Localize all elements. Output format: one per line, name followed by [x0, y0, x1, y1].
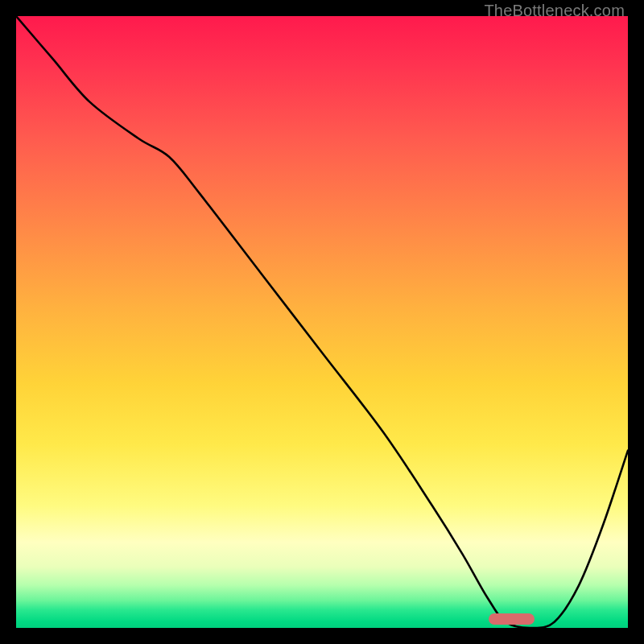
- plot-area: [16, 16, 628, 628]
- chart-frame: TheBottleneck.com: [16, 16, 628, 628]
- optimum-marker: [489, 613, 534, 625]
- bottleneck-curve: [16, 16, 628, 628]
